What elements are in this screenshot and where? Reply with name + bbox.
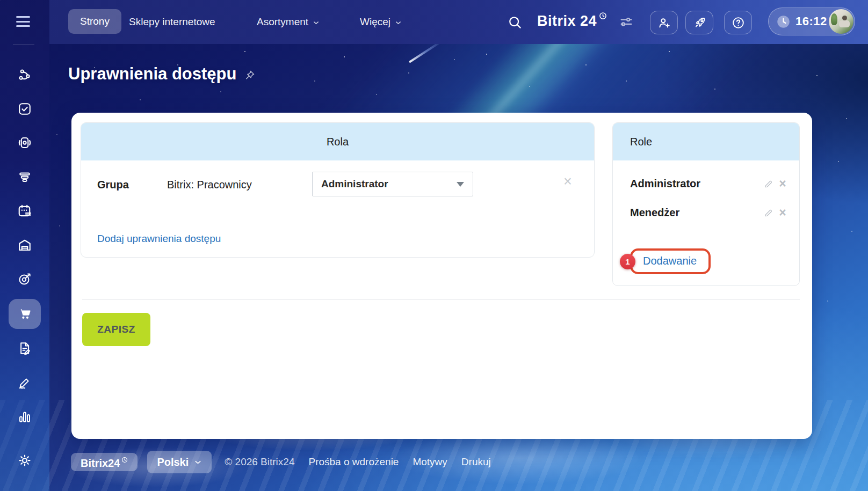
left-sidebar bbox=[0, 0, 49, 491]
search-button[interactable] bbox=[508, 0, 522, 44]
role-select-value: Administrator bbox=[321, 178, 457, 190]
language-label: Polski bbox=[157, 456, 189, 468]
roles-list-panel: Role Administrator × Menedżer × 1 Dodawa bbox=[612, 122, 800, 286]
tab-asortyment-label: Asortyment bbox=[257, 16, 308, 28]
bar-chart-icon bbox=[17, 409, 33, 425]
footer-link-themes[interactable]: Motywy bbox=[413, 456, 447, 468]
sidebar-item-online-store[interactable] bbox=[9, 299, 41, 329]
tab-sklepy-label: Sklepy internetowe bbox=[129, 16, 215, 28]
person-add-icon bbox=[657, 16, 671, 30]
launch-button[interactable] bbox=[685, 11, 713, 34]
signature-pen-icon bbox=[17, 375, 33, 391]
permissions-panel: Rola Grupa Bitrix: Pracownicy Administra… bbox=[71, 113, 812, 439]
task-check-icon bbox=[17, 101, 33, 117]
add-role-link[interactable]: Dodawanie bbox=[643, 255, 697, 267]
role-row-administrator: Administrator × bbox=[630, 175, 790, 192]
step-badge: 1 bbox=[620, 254, 635, 269]
invite-user-button[interactable] bbox=[650, 11, 678, 34]
bitrix24-logo[interactable]: Bitrix 24 bbox=[537, 0, 607, 44]
sales-funnel-icon bbox=[17, 169, 33, 185]
copyright: © 2026 Bitrix24 bbox=[225, 456, 294, 468]
role-header-label: Role bbox=[630, 136, 652, 148]
footer-brand[interactable]: Bitrix24 bbox=[71, 453, 138, 471]
add-permission-link[interactable]: Dodaj uprawnienia dostępu bbox=[97, 233, 221, 245]
footer-link-print[interactable]: Drukuj bbox=[461, 456, 491, 468]
sidebar-item-marketing[interactable] bbox=[9, 264, 41, 294]
chevron-down-icon bbox=[194, 458, 202, 466]
pencil-icon bbox=[764, 208, 774, 218]
avatar-body bbox=[839, 20, 850, 27]
clock-widget[interactable]: 16:12 bbox=[768, 8, 855, 35]
share-network-icon bbox=[17, 67, 33, 83]
chevron-down-icon bbox=[313, 19, 320, 26]
sidebar-item-settings[interactable] bbox=[9, 445, 41, 475]
delete-role-button[interactable]: × bbox=[776, 207, 790, 219]
shopping-cart-icon bbox=[17, 306, 33, 322]
sidebar-item-tasks[interactable] bbox=[9, 94, 41, 124]
bitrix24-app: Strony Sklepy internetowe Asortyment Wię… bbox=[0, 0, 868, 491]
tab-asortyment[interactable]: Asortyment bbox=[257, 0, 320, 44]
sliders-icon bbox=[619, 14, 634, 30]
settings-sliders-button[interactable] bbox=[619, 0, 634, 44]
card-divider bbox=[82, 299, 800, 300]
calendar-icon bbox=[17, 203, 33, 219]
chevron-down-icon bbox=[395, 19, 402, 26]
sidebar-item-contact-center[interactable] bbox=[9, 128, 41, 158]
contact-center-icon bbox=[17, 135, 33, 151]
footer: Bitrix24 Polski © 2026 Bitrix24 Prośba o… bbox=[49, 450, 868, 474]
sidebar-divider bbox=[13, 44, 34, 45]
sidebar-item-documents[interactable] bbox=[9, 333, 41, 363]
add-role-annotation: 1 Dodawanie bbox=[620, 248, 711, 274]
pencil-icon bbox=[764, 179, 774, 189]
delete-role-button[interactable]: × bbox=[776, 178, 790, 190]
edit-role-button[interactable] bbox=[762, 179, 776, 189]
sidebar-item-warehouse[interactable] bbox=[9, 230, 41, 260]
sidebar-item-esignature[interactable] bbox=[9, 368, 41, 398]
tab-wiecej[interactable]: Więcej bbox=[360, 0, 402, 44]
role-name: Administrator bbox=[630, 178, 762, 190]
avatar[interactable] bbox=[829, 9, 853, 34]
menu-hamburger-button[interactable] bbox=[16, 16, 30, 27]
clock-icon bbox=[776, 14, 791, 29]
footer-link-implementation[interactable]: Prośba o wdrożenie bbox=[308, 456, 399, 468]
rola-header-label: Rola bbox=[327, 136, 349, 148]
footer-brand-label: Bitrix24 bbox=[81, 457, 120, 470]
permission-row: Grupa Bitrix: Pracownicy Administrator × bbox=[81, 160, 594, 214]
warehouse-icon bbox=[17, 237, 33, 253]
role-header: Role bbox=[613, 123, 799, 160]
clock-time: 16:12 bbox=[795, 14, 827, 28]
logo-clock-icon bbox=[599, 12, 607, 20]
target-icon bbox=[17, 271, 33, 287]
tab-strony[interactable]: Strony bbox=[68, 9, 121, 34]
access-permissions-table: Rola Grupa Bitrix: Pracownicy Administra… bbox=[81, 122, 595, 258]
language-selector[interactable]: Polski bbox=[147, 451, 212, 473]
select-caret-icon bbox=[457, 182, 464, 187]
gear-icon bbox=[17, 452, 33, 468]
document-edit-icon bbox=[17, 340, 33, 356]
edit-role-button[interactable] bbox=[762, 208, 776, 218]
sidebar-item-collaboration[interactable] bbox=[9, 60, 41, 90]
page-title: Uprawnienia dostępu bbox=[68, 64, 236, 84]
sidebar-item-crm-funnel[interactable] bbox=[9, 162, 41, 192]
avatar-plant bbox=[831, 13, 837, 25]
role-row-menedzer: Menedżer × bbox=[630, 204, 790, 221]
save-button[interactable]: ZAPISZ bbox=[82, 313, 150, 346]
group-value: Bitrix: Pracownicy bbox=[167, 179, 252, 191]
top-bar: Strony Sklepy internetowe Asortyment Wię… bbox=[49, 0, 868, 44]
tab-wiecej-label: Więcej bbox=[360, 16, 390, 28]
avatar-person bbox=[842, 16, 847, 20]
help-button[interactable] bbox=[724, 11, 752, 34]
tab-sklepy-internetowe[interactable]: Sklepy internetowe bbox=[129, 0, 215, 44]
sidebar-item-analytics[interactable] bbox=[9, 402, 41, 432]
annotation-highlight-box: Dodawanie bbox=[630, 248, 711, 274]
search-icon bbox=[508, 15, 522, 30]
sidebar-item-calendar[interactable] bbox=[9, 196, 41, 226]
question-icon bbox=[731, 16, 746, 30]
tab-strony-label: Strony bbox=[80, 16, 110, 27]
pin-icon[interactable] bbox=[244, 69, 257, 82]
rocket-icon bbox=[692, 16, 707, 30]
role-select[interactable]: Administrator bbox=[312, 172, 473, 196]
role-name: Menedżer bbox=[630, 207, 762, 219]
logo-text: Bitrix 24 bbox=[537, 13, 597, 30]
remove-permission-button[interactable]: × bbox=[563, 174, 572, 189]
